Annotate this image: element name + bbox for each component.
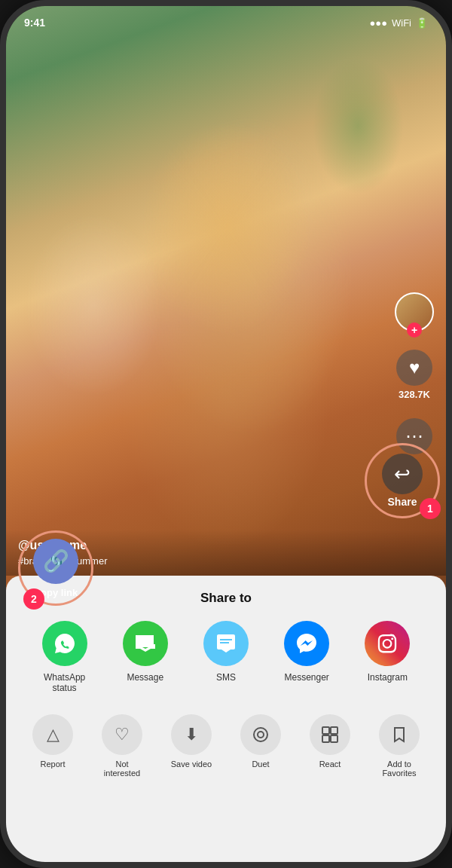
react-icon [310, 714, 350, 755]
like-count: 328.7K [399, 389, 430, 400]
bottom-actions-row: △ Report ♡ Notinterested ⬇ Save video Du… [18, 711, 434, 781]
status-icons: ●●● WiFi 🔋 [369, 17, 428, 29]
duet-action[interactable]: Duet [234, 714, 288, 778]
copy-link-ring: 🔗 Copy link 2 [18, 530, 93, 606]
svg-point-0 [254, 728, 267, 741]
react-action[interactable]: React [303, 714, 357, 778]
share-app-instagram[interactable]: Instagram [363, 621, 411, 683]
share-app-messenger[interactable]: Messenger [282, 621, 331, 683]
wifi-icon: WiFi [392, 17, 411, 29]
share-app-whatsapp[interactable]: WhatsAppstatus [41, 621, 89, 693]
sms-icon [203, 621, 249, 666]
add-to-favorites-icon [379, 714, 420, 755]
follow-button[interactable]: + [407, 322, 422, 338]
message-label: Message [127, 672, 163, 683]
share-ring: ↩ Share 1 [365, 443, 440, 518]
status-time: 9:41 [24, 17, 45, 29]
svg-rect-3 [331, 727, 337, 734]
not-interested-icon: ♡ [102, 714, 142, 755]
like-button[interactable]: ♥ 328.7K [396, 350, 432, 400]
react-label: React [319, 760, 341, 769]
messenger-label: Messenger [284, 672, 328, 683]
battery-icon: 🔋 [416, 17, 428, 29]
add-to-favorites-action[interactable]: Add toFavorites [372, 714, 426, 778]
right-sidebar: + ♥ 328.7K ⋯ [395, 292, 434, 454]
add-to-favorites-label: Add toFavorites [382, 760, 416, 778]
save-video-label: Save video [171, 760, 212, 769]
copy-link-button[interactable]: 🔗 [33, 539, 78, 584]
not-interested-label: Notinterested [104, 760, 140, 778]
share-label: Share [388, 496, 417, 508]
share-icon: ↩ [382, 454, 423, 494]
save-video-action[interactable]: ⬇ Save video [164, 714, 218, 778]
copy-link-container: 🔗 Copy link 2 [18, 530, 93, 606]
share-apps-row: WhatsAppstatus Message SMS [18, 621, 434, 693]
messenger-icon [284, 621, 329, 666]
save-video-icon: ⬇ [171, 714, 212, 755]
share-badge: 1 [420, 498, 441, 519]
instagram-label: Instagram [368, 672, 408, 683]
svg-rect-2 [322, 727, 329, 734]
share-button-container: ↩ Share 1 [365, 443, 440, 518]
svg-point-1 [258, 732, 264, 738]
share-app-message[interactable]: Message [121, 621, 170, 683]
report-label: Report [40, 760, 65, 769]
signal-icon: ●●● [369, 17, 387, 29]
duet-label: Duet [252, 760, 269, 769]
like-icon: ♥ [396, 350, 432, 386]
whatsapp-icon [42, 621, 87, 666]
sms-label: SMS [216, 672, 236, 683]
report-icon: △ [32, 714, 73, 755]
message-icon [123, 621, 168, 666]
phone-frame: 9:41 ●●● WiFi 🔋 + ♥ 328.7K ⋯ ↩ Share [0, 0, 452, 868]
share-panel: 🔗 Copy link 2 Share to WhatsAppstatus [6, 576, 446, 862]
svg-rect-5 [331, 735, 337, 742]
creator-avatar[interactable]: + [395, 292, 434, 332]
share-app-sms[interactable]: SMS [202, 621, 250, 683]
report-action[interactable]: △ Report [26, 714, 80, 778]
not-interested-action[interactable]: ♡ Notinterested [95, 714, 149, 778]
duet-icon [240, 714, 281, 755]
copy-link-badge: 2 [23, 588, 44, 610]
svg-rect-4 [322, 735, 329, 742]
share-button[interactable]: ↩ Share [382, 454, 423, 508]
instagram-icon [365, 621, 410, 666]
status-bar: 9:41 ●●● WiFi 🔋 [6, 6, 446, 39]
whatsapp-label: WhatsAppstatus [44, 672, 85, 693]
